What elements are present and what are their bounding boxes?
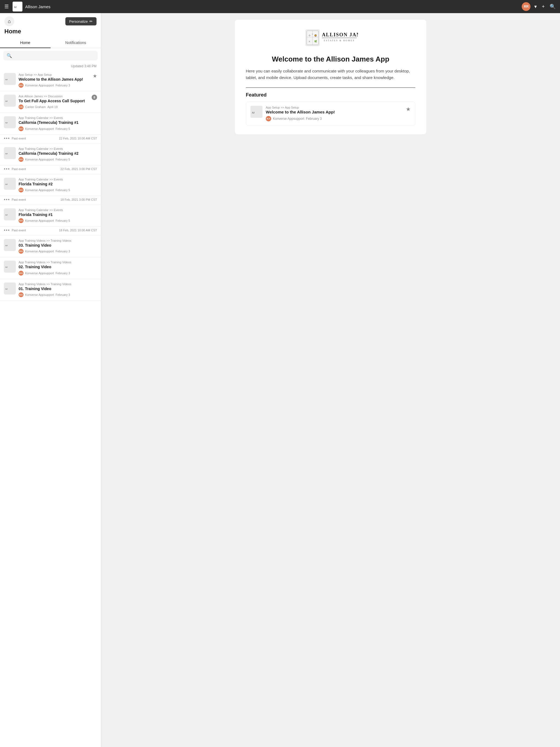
item-breadcrumb: App Training Calendar >> Events bbox=[19, 208, 97, 212]
list-item-wrapper: AJApp Training Videos >> Training Videos… bbox=[0, 257, 101, 279]
more-options-button[interactable]: ••• bbox=[4, 166, 10, 172]
personalize-button[interactable]: Personalize ✏ bbox=[65, 17, 97, 25]
list-item[interactable]: AJApp Training Videos >> Training Videos… bbox=[0, 257, 101, 279]
item-date: February 5 bbox=[55, 127, 70, 130]
past-event-label: Past event bbox=[12, 229, 26, 232]
item-right: ★ bbox=[93, 73, 97, 79]
svg-text:AJ: AJ bbox=[5, 244, 8, 247]
svg-text:☩: ☩ bbox=[308, 34, 311, 37]
svg-text:AJ: AJ bbox=[5, 266, 8, 268]
item-breadcrumb: App Training Calendar >> Events bbox=[19, 147, 97, 150]
list-item[interactable]: AJApp Training Calendar >> EventsCalifor… bbox=[0, 144, 101, 165]
list-item[interactable]: AJApp Training Calendar >> EventsCalifor… bbox=[0, 113, 101, 134]
item-date: April 19 bbox=[47, 105, 57, 108]
home-icon-row: ⌂ Personalize ✏ bbox=[4, 17, 97, 26]
item-author: Konverse Appsupport bbox=[25, 293, 54, 297]
top-nav-right: RR ▾ + 🔍 bbox=[522, 2, 557, 11]
more-options-button[interactable]: ••• bbox=[4, 197, 10, 202]
item-meta: KAKonverse AppsupportFebruary 5 bbox=[19, 187, 97, 192]
svg-rect-20 bbox=[306, 30, 320, 46]
right-panel: ⚜ ☩ 🦁 ⚔ 🌿 ALLISON JAMES ESTATES & HOMES … bbox=[101, 13, 560, 747]
author-avatar: KA bbox=[19, 157, 24, 162]
list-item-wrapper: AJApp Setup >> App SetupWelcome to the A… bbox=[0, 70, 101, 91]
list-item-wrapper: AJAsk Allison James >> DiscussionTo Get … bbox=[0, 91, 101, 113]
chevron-down-icon[interactable]: ▾ bbox=[533, 2, 538, 11]
past-event-label: Past event bbox=[12, 137, 26, 140]
item-meta: KAKonverse AppsupportFebruary 3 bbox=[19, 83, 93, 88]
allison-james-logo-small: AJ bbox=[13, 2, 22, 11]
hamburger-button[interactable]: ☰ bbox=[3, 2, 10, 11]
star-icon[interactable]: ★ bbox=[93, 73, 97, 79]
author-avatar: CG bbox=[19, 104, 24, 109]
item-breadcrumb: App Training Videos >> Training Videos bbox=[19, 261, 97, 264]
featured-star-icon[interactable]: ★ bbox=[406, 106, 411, 112]
item-content: App Setup >> App SetupWelcome to the All… bbox=[19, 73, 93, 88]
add-button[interactable]: + bbox=[541, 3, 546, 11]
author-avatar: KA bbox=[19, 126, 24, 131]
svg-text:AJ: AJ bbox=[5, 78, 8, 81]
item-content: App Training Calendar >> EventsCaliforni… bbox=[19, 147, 97, 162]
personalize-label: Personalize bbox=[69, 19, 88, 24]
list-container: AJApp Setup >> App SetupWelcome to the A… bbox=[0, 70, 101, 747]
item-content: Ask Allison James >> DiscussionTo Get Fu… bbox=[19, 95, 92, 109]
author-avatar: KA bbox=[19, 218, 24, 223]
item-breadcrumb: Ask Allison James >> Discussion bbox=[19, 95, 92, 98]
welcome-title: Welcome to the Allison James App bbox=[246, 55, 415, 63]
featured-card[interactable]: AJ App Setup >> App Setup Welcome to the… bbox=[246, 102, 415, 126]
past-event-label: Past event bbox=[12, 198, 26, 201]
event-footer: •••Past event22 Feb, 2021 3:00 PM CST bbox=[0, 165, 101, 175]
item-author: Konverse Appsupport bbox=[25, 188, 54, 192]
home-icon[interactable]: ⌂ bbox=[4, 17, 14, 26]
list-item[interactable]: AJApp Training Calendar >> EventsFlorida… bbox=[0, 205, 101, 227]
event-date: 18 Feb, 2021 3:00 PM CST bbox=[60, 198, 97, 201]
item-author: Konverse Appsupport bbox=[25, 219, 54, 222]
list-item[interactable]: AJApp Setup >> App SetupWelcome to the A… bbox=[0, 70, 101, 91]
search-input[interactable] bbox=[14, 54, 94, 58]
list-item[interactable]: AJAsk Allison James >> DiscussionTo Get … bbox=[0, 91, 101, 113]
featured-author: Konverse Appsupport bbox=[273, 117, 304, 121]
item-breadcrumb: App Training Videos >> Training Videos bbox=[19, 282, 97, 286]
svg-text:AJ: AJ bbox=[5, 288, 8, 290]
item-date: February 3 bbox=[55, 272, 70, 275]
event-date: 22 Feb, 2021 3:00 PM CST bbox=[60, 168, 97, 171]
tab-home[interactable]: Home bbox=[0, 38, 51, 48]
featured-item-meta: KA Konverse Appsupport February 3 bbox=[266, 116, 403, 121]
item-title: 01. Training Video bbox=[19, 286, 97, 291]
item-title: Welcome to the Allison James App! bbox=[19, 77, 93, 82]
event-date: 18 Feb, 2021 10:00 AM CST bbox=[59, 229, 97, 232]
item-author: Konverse Appsupport bbox=[25, 158, 54, 161]
item-author: Konverse Appsupport bbox=[25, 272, 54, 275]
item-logo: AJ bbox=[4, 116, 16, 128]
unread-badge: 8 bbox=[92, 95, 97, 100]
user-avatar[interactable]: RR bbox=[522, 2, 531, 11]
item-content: App Training Videos >> Training Videos01… bbox=[19, 282, 97, 297]
tab-notifications[interactable]: Notifications bbox=[51, 38, 101, 48]
author-avatar: KA bbox=[19, 83, 24, 88]
item-logo: AJ bbox=[4, 73, 16, 85]
item-title: Florida Training #1 bbox=[19, 212, 97, 217]
featured-item-content: App Setup >> App Setup Welcome to the Al… bbox=[266, 106, 403, 121]
app-title: Allison James bbox=[25, 4, 519, 9]
search-button[interactable]: 🔍 bbox=[549, 2, 557, 11]
item-logo: AJ bbox=[4, 178, 16, 190]
list-item[interactable]: AJApp Training Videos >> Training Videos… bbox=[0, 236, 101, 257]
item-logo: AJ bbox=[4, 261, 16, 273]
event-footer: •••Past event22 Feb, 2021 10:00 AM CST bbox=[0, 135, 101, 144]
item-meta: KAKonverse AppsupportFebruary 3 bbox=[19, 292, 97, 297]
list-item[interactable]: AJApp Training Videos >> Training Videos… bbox=[0, 279, 101, 301]
item-content: App Training Videos >> Training Videos03… bbox=[19, 239, 97, 254]
list-item[interactable]: AJApp Training Calendar >> EventsFlorida… bbox=[0, 175, 101, 196]
item-meta: KAKonverse AppsupportFebruary 5 bbox=[19, 126, 97, 131]
item-date: February 5 bbox=[55, 188, 70, 192]
top-nav: ☰ AJ Allison James RR ▾ + 🔍 bbox=[0, 0, 560, 13]
more-options-button[interactable]: ••• bbox=[4, 136, 10, 141]
svg-text:AJ: AJ bbox=[5, 183, 8, 185]
item-right: 8 bbox=[92, 95, 97, 100]
search-icon: 🔍 bbox=[6, 53, 12, 58]
left-panel: ⌂ Personalize ✏ Home Home Notifications … bbox=[0, 13, 101, 747]
main-layout: ⌂ Personalize ✏ Home Home Notifications … bbox=[0, 13, 560, 747]
more-options-button[interactable]: ••• bbox=[4, 228, 10, 233]
search-bar: 🔍 bbox=[3, 51, 98, 60]
past-event-label: Past event bbox=[12, 168, 26, 171]
featured-label: Featured bbox=[246, 92, 415, 98]
